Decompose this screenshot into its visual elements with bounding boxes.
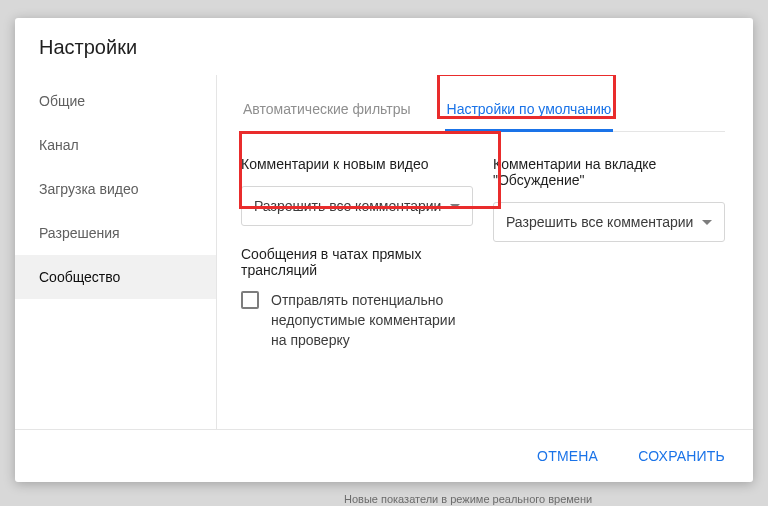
select-new-video-comments[interactable]: Разрешить все комментарии (241, 186, 473, 226)
select-new-video-value: Разрешить все комментарии (254, 198, 441, 214)
checkbox-hold-inappropriate[interactable] (241, 291, 259, 309)
col-new-video-comments: Комментарии к новым видео Разрешить все … (241, 156, 473, 350)
caret-down-icon (450, 204, 460, 209)
cancel-button[interactable]: ОТМЕНА (527, 440, 608, 472)
sidebar-item-community[interactable]: Сообщество (15, 255, 216, 299)
dialog-body: Общие Канал Загрузка видео Разрешения Со… (15, 75, 753, 429)
settings-sidebar: Общие Канал Загрузка видео Разрешения Со… (15, 75, 217, 429)
sidebar-item-channel[interactable]: Канал (15, 123, 216, 167)
dialog-title: Настройки (15, 18, 753, 75)
tab-default-settings[interactable]: Настройки по умолчанию (445, 87, 614, 131)
sidebar-item-permissions[interactable]: Разрешения (15, 211, 216, 255)
label-discussion-comments: Комментарии на вкладке "Обсуждение" (493, 156, 725, 188)
sidebar-item-general[interactable]: Общие (15, 79, 216, 123)
label-new-video-comments: Комментарии к новым видео (241, 156, 473, 172)
select-discussion-value: Разрешить все комментарии (506, 214, 693, 230)
live-chat-checkbox-row: Отправлять потенциально недопустимые ком… (241, 290, 473, 350)
dialog-footer: ОТМЕНА СОХРАНИТЬ (15, 429, 753, 482)
tab-auto-filters[interactable]: Автоматические фильтры (241, 87, 413, 131)
checkbox-hold-inappropriate-label: Отправлять потенциально недопустимые ком… (271, 290, 473, 350)
settings-dialog: Настройки Общие Канал Загрузка видео Раз… (15, 18, 753, 482)
label-live-chat: Сообщения в чатах прямых трансляций (241, 246, 473, 278)
col-discussion-comments: Комментарии на вкладке "Обсуждение" Разр… (493, 156, 725, 350)
select-discussion-comments[interactable]: Разрешить все комментарии (493, 202, 725, 242)
settings-content: Автоматические фильтры Настройки по умол… (217, 75, 753, 429)
sidebar-item-upload[interactable]: Загрузка видео (15, 167, 216, 211)
background-text: Новые показатели в режиме реального врем… (344, 493, 592, 505)
save-button[interactable]: СОХРАНИТЬ (628, 440, 735, 472)
tabs: Автоматические фильтры Настройки по умол… (241, 87, 725, 132)
comment-settings-row: Комментарии к новым видео Разрешить все … (241, 156, 725, 350)
caret-down-icon (702, 220, 712, 225)
